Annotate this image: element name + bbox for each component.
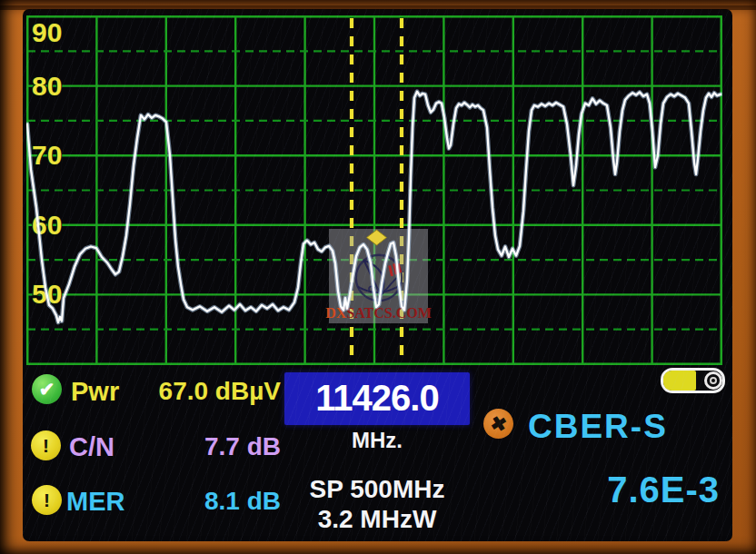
battery-icon <box>661 368 725 393</box>
device-bezel: 9080706050 DXSATCS.COM ✔ Pwr 67.0 dBµV !… <box>0 0 756 554</box>
pwr-value: 67.0 dBµV <box>104 376 281 407</box>
cn-value: 7.7 dB <box>104 431 281 462</box>
marker-width-setting: 3.2 MHzW <box>284 505 470 534</box>
exclamation-glyph: ! <box>44 490 50 509</box>
mer-value: 8.1 dB <box>104 486 281 517</box>
mer-status-warning-icon: ! <box>32 485 62 515</box>
battery-fill-level <box>663 371 696 391</box>
lcd-screen: 9080706050 DXSATCS.COM ✔ Pwr 67.0 dBµV !… <box>23 9 732 541</box>
cber-value: 7.6E-3 <box>532 468 720 511</box>
pwr-status-ok-icon: ✔ <box>32 374 62 404</box>
cn-status-warning-icon: ! <box>31 430 61 460</box>
frequency-unit: MHz. <box>284 429 470 452</box>
cber-status-fail-icon: ✖ <box>483 409 513 439</box>
frequency-readout: 11426.0 <box>284 372 470 425</box>
center-diamond-marker <box>367 230 387 245</box>
spectrum-trace-layer <box>26 15 722 365</box>
exclamation-glyph: ! <box>43 436 49 455</box>
check-glyph: ✔ <box>39 380 55 399</box>
battery-terminal <box>704 371 722 390</box>
span-setting: SP 500MHz <box>284 475 470 504</box>
cber-label: CBER-S <box>528 406 668 448</box>
cross-glyph: ✖ <box>489 412 509 434</box>
